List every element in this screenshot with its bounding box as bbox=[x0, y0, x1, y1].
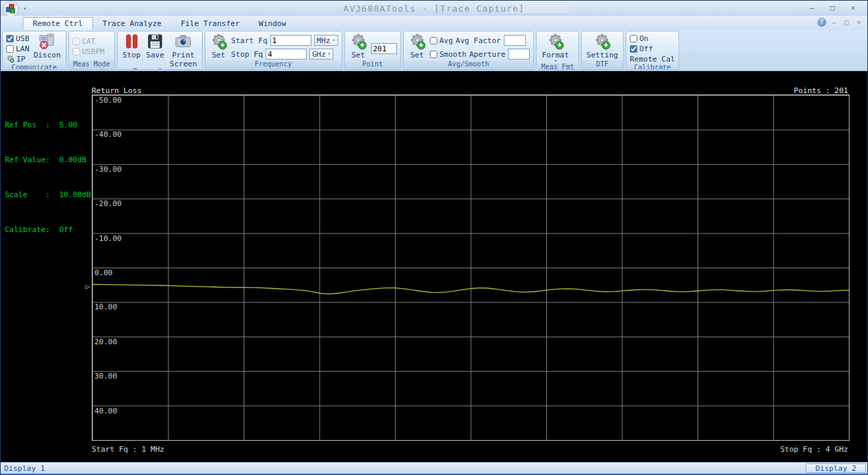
tab-trace-analyze[interactable]: Trace Analyze bbox=[93, 18, 171, 30]
window-title: AV3680ATools - [Trace Capture] bbox=[1, 3, 867, 14]
frequency-set-button[interactable]: Set bbox=[209, 33, 229, 59]
y-tick-label: 40.00 bbox=[94, 407, 117, 415]
start-fq-label: Start Fq bbox=[231, 36, 268, 45]
group-label-frequency: Frequency bbox=[205, 60, 342, 69]
dtf-setting-button[interactable]: Setting bbox=[585, 33, 620, 59]
group-trace-capture: Stop Save Print Screen Trace Capture bbox=[117, 31, 203, 70]
display-area: Ref Pos: 5.00 Ref Value: 0.00dB Scale: 1… bbox=[1, 71, 867, 462]
app-window: ▾ AV3680ATools - [Trace Capture] – □ × R… bbox=[0, 0, 868, 475]
points-count-input[interactable] bbox=[371, 43, 397, 54]
mdi-restore-button[interactable]: □ bbox=[842, 18, 851, 26]
stop-fq-input[interactable] bbox=[266, 49, 307, 60]
point-set-button[interactable]: Set bbox=[348, 33, 368, 59]
lan-checkbox[interactable]: LAN bbox=[6, 44, 29, 53]
group-communicate: USB LAN IP Discon Communicate bbox=[2, 31, 66, 70]
group-label-meas-fmt: Meas Fmt bbox=[537, 63, 578, 70]
avg-smooth-set-button[interactable]: Set bbox=[407, 33, 427, 59]
format-gear-icon bbox=[547, 33, 564, 50]
trace-svg bbox=[92, 95, 849, 440]
group-label-point: Point bbox=[345, 60, 400, 69]
group-label-trace-capture: Trace Capture bbox=[118, 68, 202, 70]
group-frequency: Set Start Fq MHz ▾ Stop Fq bbox=[205, 31, 342, 70]
y-tick-label: -20.00 bbox=[94, 199, 122, 208]
cal-on-checkbox[interactable]: On bbox=[630, 34, 675, 43]
status-bar: Display 1 Display 2 bbox=[1, 462, 867, 474]
format-button[interactable]: Format ▾ bbox=[540, 33, 570, 63]
ribbon-tab-row: Remote Ctrl Trace Analyze File Transfer … bbox=[1, 16, 867, 30]
mdi-minimize-button[interactable]: – bbox=[830, 18, 839, 26]
set-gear-icon bbox=[409, 33, 426, 50]
close-button[interactable]: × bbox=[844, 3, 862, 14]
maximize-button[interactable]: □ bbox=[824, 3, 841, 14]
avg-checkbox[interactable]: Avg bbox=[430, 36, 453, 45]
ip-gear-icon bbox=[6, 55, 14, 63]
usb-checkbox[interactable]: USB bbox=[6, 34, 29, 43]
avg-factor-label: Avg Factor bbox=[456, 36, 501, 45]
group-label-dtf: DTF bbox=[582, 60, 623, 69]
stop-fq-label: Stop Fq bbox=[231, 50, 263, 59]
aperture-label: Aperture bbox=[469, 50, 505, 59]
save-button[interactable]: Save bbox=[144, 33, 166, 59]
help-icon[interactable]: ? bbox=[817, 18, 826, 27]
readout-row: Calibrate: Off bbox=[5, 224, 91, 235]
group-avg-smooth: Set Avg Avg Factor Smooth bbox=[403, 31, 535, 70]
group-calibrate: On Off Remote Cal Calibrate bbox=[626, 31, 679, 70]
chevron-down-icon: ▾ bbox=[332, 38, 335, 43]
ribbon: USB LAN IP Discon Communicate bbox=[1, 30, 867, 71]
stop-button[interactable]: Stop bbox=[121, 33, 142, 59]
cal-off-checkbox[interactable]: Off bbox=[630, 44, 675, 53]
display1-label: Display 1 bbox=[1, 464, 45, 473]
set-gear-icon bbox=[210, 33, 227, 50]
chevron-down-icon: ▾ bbox=[328, 51, 331, 57]
readout-row: Scale: 10.00dB bbox=[5, 189, 91, 201]
disconnect-button[interactable]: Discon bbox=[32, 33, 62, 59]
print-screen-button[interactable]: Print Screen bbox=[168, 33, 199, 68]
group-label-communicate: Communicate bbox=[3, 64, 66, 70]
display2-tab[interactable]: Display 2 bbox=[806, 463, 866, 473]
start-fq-unit-dropdown[interactable]: MHz ▾ bbox=[314, 35, 338, 46]
group-label-avg-smooth: Avg/Smooth bbox=[404, 60, 534, 69]
group-point: Set Point bbox=[344, 31, 401, 70]
chart-plot: -50.00-40.00-30.00-20.00-10.000.0010.002… bbox=[92, 94, 850, 441]
aperture-input[interactable] bbox=[508, 49, 530, 60]
tab-window[interactable]: Window bbox=[249, 18, 296, 30]
title-bar: ▾ AV3680ATools - [Trace Capture] – □ × bbox=[1, 1, 867, 16]
tab-remote-ctrl[interactable]: Remote Ctrl bbox=[23, 17, 93, 30]
mdi-close-button[interactable]: × bbox=[854, 18, 863, 26]
camera-icon bbox=[175, 33, 192, 50]
usbpm-checkbox: USBPM bbox=[73, 47, 105, 56]
x-axis-start-label: Start Fq : 1 MHz bbox=[92, 445, 164, 454]
stop-fq-unit-dropdown[interactable]: GHz ▾ bbox=[309, 49, 333, 60]
disconnect-icon bbox=[38, 33, 55, 50]
y-tick-label: -50.00 bbox=[94, 96, 122, 105]
setting-gear-icon bbox=[593, 33, 611, 50]
y-tick-label: 10.00 bbox=[94, 303, 117, 311]
y-tick-label: -40.00 bbox=[94, 130, 122, 139]
y-tick-label: 30.00 bbox=[94, 372, 117, 381]
readout-row: Ref Pos: 5.00 bbox=[5, 119, 91, 131]
group-label-calibrate: Calibrate bbox=[626, 64, 678, 70]
readout-row: Ref Value: 0.00dB bbox=[5, 154, 91, 166]
start-fq-input[interactable] bbox=[270, 35, 311, 46]
group-dtf: Setting DTF bbox=[581, 31, 624, 70]
x-axis-stop-label: Stop Fq : 4 GHz bbox=[780, 445, 848, 454]
group-label-meas-mode: Meas Mode bbox=[69, 60, 114, 69]
save-icon bbox=[146, 33, 164, 50]
y-tick-label: 0.00 bbox=[94, 268, 113, 277]
reference-marker-icon: ▷ bbox=[86, 283, 90, 290]
group-meas-fmt: Format ▾ Meas Fmt bbox=[536, 31, 578, 70]
ip-setting-button[interactable]: IP bbox=[6, 54, 29, 64]
avg-factor-input[interactable] bbox=[504, 35, 526, 46]
cat-checkbox: CAT bbox=[73, 36, 105, 46]
trace-readout: Ref Pos: 5.00 Ref Value: 0.00dB Scale: 1… bbox=[5, 96, 91, 259]
set-gear-icon bbox=[350, 33, 367, 50]
y-tick-label: -30.00 bbox=[94, 165, 122, 174]
y-tick-label: 20.00 bbox=[94, 337, 117, 346]
smooth-checkbox[interactable]: Smooth bbox=[430, 49, 467, 59]
minimize-button[interactable]: – bbox=[803, 3, 821, 14]
y-tick-label: -10.00 bbox=[94, 234, 122, 243]
remote-cal-button[interactable]: Remote Cal bbox=[630, 54, 675, 64]
stop-icon bbox=[123, 33, 140, 50]
tab-file-transfer[interactable]: File Transfer bbox=[171, 18, 249, 30]
group-meas-mode: CAT USBPM Meas Mode bbox=[68, 31, 115, 70]
